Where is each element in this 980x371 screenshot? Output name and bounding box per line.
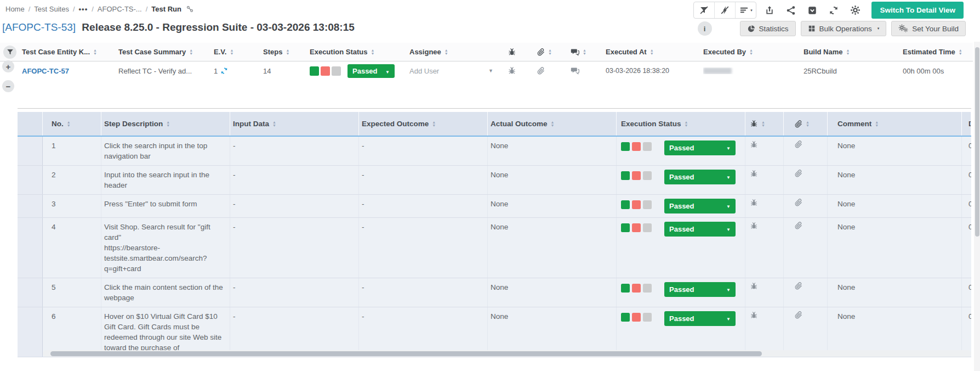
column-header-execution-status[interactable]: Execution Status <box>306 48 406 56</box>
column-header-ev[interactable]: E.V. <box>210 48 259 56</box>
sort-icon <box>230 49 233 55</box>
permalink-icon[interactable] <box>186 5 193 13</box>
attachment-icon[interactable] <box>784 307 828 357</box>
link-defect-icon[interactable] <box>745 137 784 165</box>
execution-status-select[interactable]: Passed <box>664 282 736 297</box>
test-case-key-link[interactable]: AFOPC-TC-57 <box>22 67 69 75</box>
column-header-defects[interactable] <box>498 48 526 57</box>
quick-pass-square[interactable] <box>621 142 630 151</box>
execution-status-select[interactable]: Passed <box>347 64 395 78</box>
column-header-comments[interactable] <box>559 48 606 57</box>
quick-pass-square[interactable] <box>621 284 630 293</box>
refresh-icon[interactable] <box>825 2 842 18</box>
attachment-icon[interactable] <box>526 67 559 75</box>
breadcrumb-test-suites[interactable]: Test Suites <box>34 5 69 13</box>
horizontal-scrollbar-thumb[interactable] <box>50 351 762 356</box>
quick-fail-square[interactable] <box>632 142 641 151</box>
column-header-executed-by[interactable]: Executed By <box>703 48 804 56</box>
column-header-expected-outcome[interactable]: Expected Outcome <box>359 112 488 136</box>
set-your-build-button[interactable]: Set Your Build <box>891 21 966 36</box>
column-header-entity-key[interactable]: Test Case Entity K... <box>18 48 115 56</box>
column-header-duration-cut[interactable]: D <box>962 112 971 136</box>
quick-fail-square[interactable] <box>321 66 330 76</box>
export-icon[interactable] <box>761 2 778 18</box>
sort-icon <box>272 121 276 127</box>
quick-fail-square[interactable] <box>632 313 641 322</box>
breadcrumb-test-suite-key[interactable]: AFOPC-TS-... <box>98 5 142 13</box>
execution-status-select[interactable]: Passed <box>664 222 736 237</box>
column-header-step-no[interactable]: No. <box>43 112 101 136</box>
filter-button-group: ▾ <box>693 2 756 19</box>
quick-pass-square[interactable] <box>621 200 630 209</box>
quick-fail-square[interactable] <box>632 223 641 232</box>
breadcrumb-home[interactable]: Home <box>5 5 25 13</box>
link-defect-icon[interactable] <box>745 278 784 307</box>
quick-pass-square[interactable] <box>621 171 630 180</box>
column-header-actual-outcome[interactable]: Actual Outcome <box>488 112 617 136</box>
bulk-operations-button[interactable]: Bulk Operations ▾ <box>801 21 887 36</box>
column-header-attachments[interactable] <box>526 48 559 56</box>
link-defect-icon[interactable] <box>498 66 526 75</box>
quick-notrun-square[interactable] <box>643 142 652 151</box>
quick-fail-square[interactable] <box>632 171 641 180</box>
execution-status-select[interactable]: Passed <box>664 140 736 155</box>
horizontal-scrollbar[interactable] <box>43 350 971 357</box>
quick-notrun-square[interactable] <box>643 171 652 180</box>
attachment-icon[interactable] <box>784 195 828 217</box>
collapse-steps-button[interactable]: − <box>2 80 14 92</box>
column-header-defects[interactable] <box>745 112 784 136</box>
statistics-button[interactable]: Statistics <box>740 21 796 36</box>
filter-icon[interactable] <box>3 46 16 59</box>
execution-status-select[interactable]: Passed <box>664 170 736 184</box>
link-defect-icon[interactable] <box>745 218 784 278</box>
execution-status-value: Passed <box>669 172 694 182</box>
quick-notrun-square[interactable] <box>332 66 341 76</box>
caret-down-icon <box>726 142 731 154</box>
column-header-execution-status[interactable]: Execution Status <box>617 112 745 136</box>
column-header-summary[interactable]: Test Case Summary <box>115 48 210 56</box>
breadcrumb-collapsed-ellipsis[interactable]: ••• <box>79 5 88 13</box>
assignee-field[interactable]: Add User ▼ <box>406 67 498 75</box>
quick-pass-square[interactable] <box>621 313 630 322</box>
column-header-input-data[interactable]: Input Data <box>230 112 359 136</box>
quick-pass-square[interactable] <box>621 223 630 232</box>
filter-menu-icon[interactable]: ▾ <box>735 2 756 18</box>
import-icon[interactable] <box>804 2 821 18</box>
attachment-icon[interactable] <box>784 137 828 165</box>
link-defect-icon[interactable] <box>745 166 784 194</box>
column-header-estimated-time[interactable]: Estimated Time <box>903 48 973 56</box>
clear-highlight-icon[interactable] <box>714 2 735 18</box>
quick-pass-square[interactable] <box>310 66 319 76</box>
column-header-step-description[interactable]: Step Description <box>101 112 230 136</box>
vertical-scrollbar[interactable] <box>974 42 980 371</box>
attachment-icon[interactable] <box>784 166 828 194</box>
test-suite-key-link[interactable]: [AFOPC-TS-53] <box>2 21 76 33</box>
column-header-executed-at[interactable]: Executed At <box>606 48 703 56</box>
expand-row-button[interactable]: + <box>2 60 14 72</box>
quick-fail-square[interactable] <box>632 284 641 293</box>
info-icon[interactable]: i <box>698 21 712 36</box>
attachment-icon[interactable] <box>784 218 828 278</box>
share-icon[interactable] <box>783 2 799 18</box>
quick-notrun-square[interactable] <box>643 223 652 232</box>
quick-fail-square[interactable] <box>632 200 641 209</box>
quick-notrun-square[interactable] <box>643 200 652 209</box>
quick-notrun-square[interactable] <box>643 284 652 293</box>
link-defect-icon[interactable] <box>745 195 784 217</box>
column-header-comment[interactable]: Comment <box>828 112 962 136</box>
switch-to-detail-view-button[interactable]: Switch To Detail View <box>871 2 964 19</box>
comment-icon[interactable] <box>559 66 606 75</box>
quick-notrun-square[interactable] <box>643 313 652 322</box>
column-header-assignee[interactable]: Assignee <box>406 48 498 56</box>
link-defect-icon[interactable] <box>745 307 784 357</box>
clear-filter-icon[interactable] <box>694 2 714 18</box>
column-header-steps[interactable]: Steps <box>259 48 306 56</box>
column-header-build-name[interactable]: Build Name <box>804 48 903 56</box>
gear-icon[interactable] <box>847 2 863 18</box>
attachment-icon[interactable] <box>784 278 828 307</box>
execution-status-select[interactable]: Passed <box>664 311 736 326</box>
execution-status-select[interactable]: Passed <box>664 199 736 213</box>
column-header-attachments[interactable] <box>784 112 828 136</box>
vertical-scrollbar-thumb[interactable] <box>975 47 979 237</box>
sync-version-icon[interactable] <box>220 67 228 75</box>
